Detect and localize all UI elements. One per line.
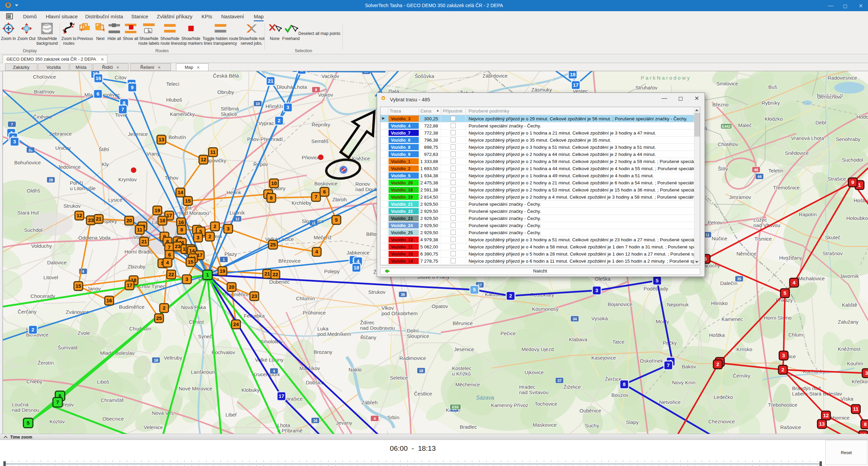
svg-text:Oskořínek: Oskořínek (640, 358, 663, 364)
svg-text:12: 12 (201, 157, 206, 162)
svg-text:Holoubkov: Holoubkov (846, 215, 868, 221)
svg-text:11: 11 (705, 233, 709, 237)
svg-text:34: 34 (573, 317, 577, 321)
svg-text:Kly: Kly (102, 161, 109, 167)
svg-text:7: 7 (315, 194, 317, 200)
svg-text:Oldřiš: Oldřiš (27, 188, 40, 194)
svg-text:Bratřínov: Bratřínov (34, 89, 55, 95)
svg-text:24: 24 (233, 321, 239, 327)
svg-text:1: 1 (858, 182, 861, 188)
svg-text:18: 18 (570, 72, 576, 77)
svg-text:Volduchy: Volduchy (31, 243, 52, 249)
svg-text:Poděbrady: Poděbrady (644, 286, 668, 291)
svg-text:Radovesnice: Radovesnice (828, 75, 857, 81)
svg-text:22: 22 (273, 271, 278, 277)
svg-text:Pečice: Pečice (500, 330, 516, 336)
svg-text:9: 9 (851, 179, 854, 185)
svg-text:Rapotín: Rapotín (799, 211, 817, 217)
svg-text:Zábrdovice: Zábrdovice (482, 73, 508, 79)
svg-text:Řepníky: Řepníky (312, 122, 331, 127)
svg-text:21: 21 (141, 239, 147, 244)
svg-text:Teletín: Teletín (768, 168, 783, 174)
svg-text:Strukov: Strukov (63, 203, 81, 209)
svg-text:16: 16 (96, 75, 101, 81)
svg-text:15: 15 (185, 198, 191, 204)
svg-text:Šošůvka: Šošůvka (415, 73, 434, 79)
svg-text:Kosmonosy: Kosmonosy (532, 306, 559, 312)
svg-text:Velenice: Velenice (144, 424, 163, 430)
svg-text:19: 19 (220, 268, 225, 274)
svg-text:Vranová Lhota: Vranová Lhota (791, 135, 824, 141)
svg-text:Dlouhá Lhota: Dlouhá Lhota (277, 84, 307, 90)
svg-text:Chlumín: Chlumín (296, 296, 315, 301)
svg-text:Libeř: Libeř (225, 412, 237, 418)
svg-text:4: 4 (315, 249, 318, 255)
svg-text:Syneč: Syneč (198, 333, 212, 339)
svg-text:4: 4 (793, 280, 796, 285)
svg-text:Smilovice: Smilovice (716, 81, 738, 86)
svg-text:Otmuchów: Otmuchów (817, 94, 842, 100)
svg-text:Kněžmost: Kněžmost (838, 346, 861, 352)
svg-text:35: 35 (737, 277, 741, 281)
svg-text:Nový Knín: Nový Knín (672, 380, 695, 385)
svg-text:8: 8 (180, 227, 183, 232)
svg-text:Ouběnice: Ouběnice (579, 408, 601, 413)
svg-text:25: 25 (156, 315, 162, 321)
svg-text:StříbrnáSkalice: StříbrnáSkalice (221, 106, 239, 117)
svg-text:Zásmuky: Zásmuky (531, 87, 552, 93)
svg-text:Kamenec: Kamenec (722, 316, 743, 322)
svg-text:1: 1 (223, 258, 225, 262)
svg-text:Němčice: Němčice (736, 251, 756, 257)
svg-text:Březovice: Březovice (278, 258, 301, 264)
svg-text:44: 44 (757, 175, 762, 179)
svg-text:20: 20 (126, 218, 132, 223)
svg-text:Zvole: Zvole (78, 330, 90, 336)
svg-text:Odolena Voda: Odolena Voda (78, 235, 111, 241)
svg-text:14: 14 (178, 189, 183, 195)
svg-text:Horní Slivno: Horní Slivno (764, 315, 792, 321)
svg-text:19: 19 (155, 207, 160, 213)
svg-text:Tochovice: Tochovice (535, 401, 557, 407)
svg-text:Cheznovice: Cheznovice (708, 419, 735, 424)
svg-text:Jesenice: Jesenice (128, 131, 148, 137)
svg-text:Jesenice: Jesenice (454, 346, 474, 352)
svg-text:12: 12 (77, 212, 82, 218)
svg-text:4: 4 (166, 260, 169, 265)
svg-text:5: 5 (473, 287, 476, 292)
svg-text:Plazy: Plazy (224, 251, 237, 257)
svg-text:2: 2 (716, 361, 719, 367)
svg-text:Debř: Debř (815, 120, 827, 125)
svg-text:Hluboš: Hluboš (166, 97, 182, 103)
svg-text:3: 3 (595, 287, 598, 293)
svg-text:12: 12 (235, 217, 239, 221)
svg-text:Náklo: Náklo (349, 367, 361, 372)
svg-text:Maskovice: Maskovice (533, 422, 557, 428)
svg-text:Nové Mitrovice: Nové Mitrovice (179, 386, 212, 391)
svg-text:Chleby: Chleby (26, 379, 42, 384)
svg-text:Vysoká: Vysoká (591, 316, 608, 321)
svg-text:6: 6 (97, 91, 99, 97)
svg-text:18: 18 (354, 265, 359, 270)
svg-text:Vacíkov: Vacíkov (321, 73, 339, 79)
svg-text:23: 23 (252, 293, 257, 299)
svg-text:Petrov: Petrov (708, 220, 723, 225)
svg-text:9: 9 (131, 84, 134, 90)
svg-text:5: 5 (784, 290, 786, 296)
svg-text:Jedovnice: Jedovnice (58, 164, 81, 170)
svg-text:2: 2 (32, 327, 34, 332)
svg-text:Tismice: Tismice (754, 236, 772, 242)
svg-text:46: 46 (754, 168, 758, 172)
svg-text:Chrást: Chrást (189, 319, 204, 325)
svg-text:Březno: Březno (712, 102, 729, 107)
svg-text:Senohraby: Senohraby (836, 136, 861, 142)
svg-text:6: 6 (168, 252, 171, 258)
svg-text:Rybníky: Rybníky (762, 100, 780, 106)
svg-text:23: 23 (175, 243, 181, 249)
svg-text:Budiměřice: Budiměřice (119, 304, 144, 310)
svg-text:16: 16 (106, 298, 112, 303)
svg-text:4: 4 (273, 369, 275, 373)
svg-text:Obecnice: Obecnice (102, 416, 124, 422)
svg-text:Klabava: Klabava (569, 337, 588, 342)
svg-text:Černíky: Černíky (733, 373, 750, 379)
svg-text:Michalovice: Michalovice (798, 276, 825, 281)
